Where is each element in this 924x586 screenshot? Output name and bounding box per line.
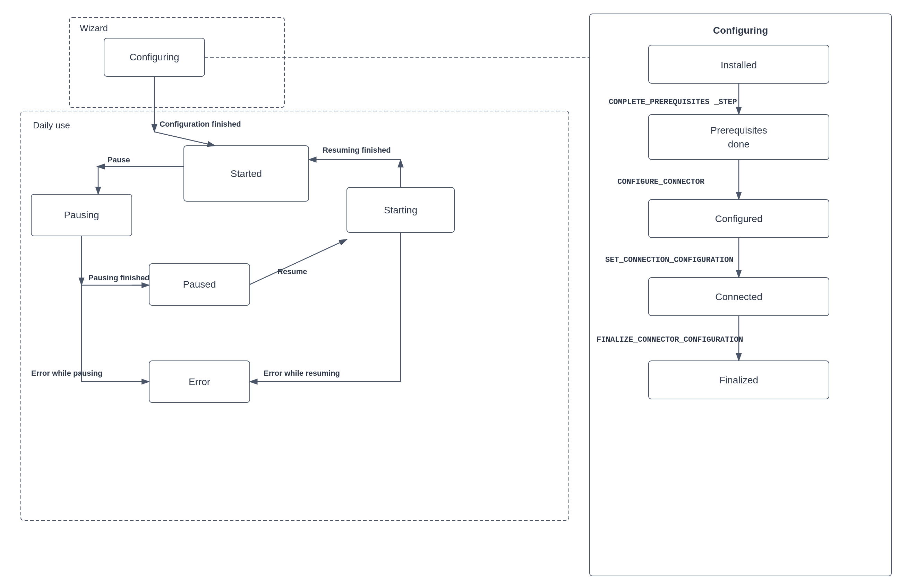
error-text: Error bbox=[189, 376, 210, 387]
connected-text: Connected bbox=[715, 291, 762, 302]
finalize-connector-label: FINALIZE_CONNECTOR_CONFIGURATION bbox=[597, 335, 743, 344]
error-pausing-label: Error while pausing bbox=[31, 369, 102, 378]
paused-text: Paused bbox=[183, 279, 216, 290]
started-text: Started bbox=[231, 168, 262, 179]
wizard-section-label: Wizard bbox=[80, 23, 108, 33]
complete-prereq-label: COMPLETE_PREREQUISITES _STEP bbox=[609, 98, 737, 107]
arrow-resume bbox=[250, 239, 347, 284]
installed-text: Installed bbox=[721, 60, 757, 71]
prerequisites-done-text-1: Prerequisites bbox=[710, 125, 767, 135]
arrow-config-finished-2 bbox=[154, 132, 215, 146]
resume-label: Resume bbox=[277, 267, 307, 276]
configure-connector-label: CONFIGURE_CONNECTOR bbox=[617, 178, 705, 186]
error-resuming-label: Error while resuming bbox=[264, 369, 340, 378]
pause-label: Pause bbox=[107, 155, 130, 164]
configured-text: Configured bbox=[715, 213, 763, 224]
set-connection-label: SET_CONNECTION_CONFIGURATION bbox=[605, 256, 734, 264]
resuming-finished-label: Resuming finished bbox=[323, 146, 391, 154]
pausing-finished-label: Pausing finished bbox=[88, 273, 150, 282]
wizard-configuring-text: Configuring bbox=[129, 52, 179, 63]
finalized-text: Finalized bbox=[719, 375, 758, 385]
starting-text: Starting bbox=[384, 205, 417, 215]
pausing-text: Pausing bbox=[64, 210, 99, 220]
daily-use-section-label: Daily use bbox=[33, 120, 70, 130]
configuring-section-label: Configuring bbox=[713, 25, 768, 36]
config-finished-label: Configuration finished bbox=[160, 120, 241, 129]
diagram-container: Wizard Configuring Configuring Installed… bbox=[0, 0, 924, 586]
prerequisites-done-text-2: done bbox=[728, 139, 749, 150]
prerequisites-done-box bbox=[648, 114, 829, 160]
